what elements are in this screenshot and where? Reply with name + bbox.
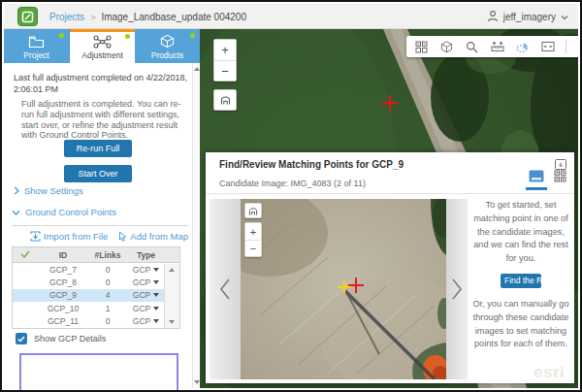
- gcp-id: GCP_9: [38, 290, 88, 300]
- gcp-id: GCP_10: [38, 304, 88, 313]
- tab-products-label: Products: [151, 50, 184, 60]
- col-header-id: ID: [38, 250, 88, 260]
- gcp-id: GCP_7: [38, 265, 88, 275]
- image-collection-icon[interactable]: [414, 40, 429, 54]
- app-window: Projects > Image_Landbase_update 004200 …: [0, 0, 582, 392]
- zoom-in-button[interactable]: +: [214, 40, 236, 60]
- table-row-gcp-8[interactable]: GCP_8 0 GCP: [13, 276, 179, 288]
- gcp-type: GCP: [133, 278, 150, 287]
- grid-view-button[interactable]: [549, 165, 570, 186]
- gcp-section-label: Ground Control Points: [25, 207, 116, 217]
- previous-image-button[interactable]: [210, 199, 241, 379]
- measure-icon[interactable]: [490, 40, 504, 54]
- user-icon: [487, 10, 499, 24]
- rerun-full-button[interactable]: Re-run Full: [64, 140, 132, 157]
- divider: [12, 225, 188, 226]
- matching-points-panel: Find/Review Matching Points for GCP_9 Ca…: [206, 152, 574, 383]
- extent-icon[interactable]: [540, 40, 555, 54]
- candidate-image[interactable]: + −: [241, 199, 446, 379]
- left-panel: Project Adjustment: [4, 29, 200, 388]
- panel-scrollbar[interactable]: [192, 63, 200, 388]
- tab-project[interactable]: Project: [4, 29, 70, 63]
- next-image-button[interactable]: [446, 199, 468, 379]
- gcp-id: GCP_8: [38, 278, 88, 287]
- single-image-view-button[interactable]: [526, 165, 547, 186]
- zoom-out-button[interactable]: −: [245, 240, 261, 256]
- show-gcp-details-row: Show GCP Details: [16, 333, 106, 344]
- image-home-button[interactable]: [244, 203, 262, 218]
- type-dropdown-icon[interactable]: [153, 307, 159, 310]
- drone-icon: [93, 35, 112, 49]
- import-icon: [30, 231, 41, 242]
- table-row-gcp-9-selected[interactable]: GCP_9 4 GCP: [13, 289, 179, 302]
- esri-logo-icon[interactable]: [17, 7, 38, 26]
- breadcrumb: Projects > Image_Landbase_update 004200: [49, 12, 246, 22]
- start-over-button[interactable]: Start Over: [64, 165, 132, 182]
- candidate-image-label: Candidate Image: IMG_4083 (2 of 11): [219, 179, 366, 188]
- chevron-right-icon: [14, 186, 19, 195]
- table-scrollbar[interactable]: [164, 264, 179, 328]
- chevron-down-icon: [561, 12, 568, 22]
- show-gcp-details-checkbox[interactable]: [16, 333, 27, 344]
- tab-products[interactable]: Products: [135, 29, 200, 63]
- map-home-button[interactable]: [213, 89, 237, 111]
- toolbar-divider: [566, 40, 566, 53]
- select-tool-icon[interactable]: [515, 40, 530, 54]
- tab-adjustment[interactable]: Adjustment: [70, 29, 135, 63]
- import-from-file-label: Import from File: [44, 231, 109, 242]
- gcp-links: 4: [88, 290, 127, 300]
- image-zoom-control: + −: [244, 222, 262, 257]
- chevron-left-icon: [219, 278, 231, 301]
- gcp-table-header: ID #Links Type: [13, 247, 179, 263]
- user-name: jeff_imagery: [503, 12, 556, 22]
- gcp-section-toggle[interactable]: Ground Control Points: [12, 207, 116, 217]
- cube-icon: [160, 34, 175, 49]
- search-icon[interactable]: [465, 40, 479, 54]
- show-settings-label: Show Settings: [24, 185, 83, 196]
- active-view-indicator: [526, 187, 547, 190]
- zoom-in-button[interactable]: +: [245, 223, 261, 240]
- basemap-icon[interactable]: [439, 40, 454, 54]
- user-menu[interactable]: jeff_imagery: [487, 10, 568, 24]
- type-dropdown-icon[interactable]: [153, 268, 159, 272]
- gcp-type: GCP: [133, 304, 150, 313]
- gcp-links: 0: [88, 265, 127, 275]
- divider: [206, 193, 574, 194]
- view-toggle-group: [526, 165, 570, 186]
- type-dropdown-icon[interactable]: [153, 293, 159, 297]
- table-row-gcp-10[interactable]: GCP_10 1 GCP: [13, 302, 179, 314]
- status-dot: [190, 33, 195, 38]
- show-settings-toggle[interactable]: Show Settings: [14, 185, 83, 196]
- map-view[interactable]: + − esri Find/Review Matching Points for…: [200, 29, 578, 388]
- gcp-id: GCP_11: [38, 316, 88, 326]
- add-from-map-link[interactable]: Add from Map: [118, 231, 188, 242]
- home-icon: [248, 207, 258, 215]
- gcp-table: ID #Links Type GCP_7 0 GCP GCP_8 0 GCP: [12, 246, 180, 329]
- page-title: Image_Landbase_update 004200: [101, 12, 246, 22]
- check-icon: [13, 250, 38, 260]
- gcp-type: GCP: [133, 290, 150, 300]
- breadcrumb-separator: >: [90, 13, 95, 22]
- top-bar: Projects > Image_Landbase_update 004200 …: [4, 4, 578, 29]
- adjustment-description: Full adjustment is completed. You can re…: [21, 99, 188, 141]
- last-adjustment-status: Last full adjustment completed on 4/22/2…: [14, 73, 190, 95]
- table-row-gcp-11[interactable]: GCP_11 0 GCP: [13, 315, 179, 328]
- type-dropdown-icon[interactable]: [153, 280, 159, 284]
- gcp-links: 0: [88, 278, 127, 287]
- scroll-down-icon[interactable]: [169, 320, 175, 324]
- gcp-links: 1: [88, 304, 127, 313]
- table-row-gcp-7[interactable]: GCP_7 0 GCP: [13, 263, 179, 276]
- import-from-file-link[interactable]: Import from File: [30, 231, 109, 242]
- tab-adjustment-label: Adjustment: [81, 50, 123, 60]
- find-the-rest-button[interactable]: Find the Rest: [501, 274, 541, 288]
- type-dropdown-icon[interactable]: [153, 319, 159, 323]
- instructions-manual-text: Or, you can manually go through these ca…: [471, 298, 570, 351]
- gcp-links: 0: [88, 316, 127, 326]
- breadcrumb-projects-link[interactable]: Projects: [49, 12, 84, 22]
- tab-project-label: Project: [23, 50, 48, 60]
- map-cursor-icon: [118, 231, 127, 242]
- scroll-up-icon[interactable]: [169, 268, 175, 272]
- zoom-out-button[interactable]: −: [214, 60, 236, 81]
- matching-points-title: Find/Review Matching Points for GCP_9: [219, 159, 404, 170]
- clipboard-icon[interactable]: [577, 40, 578, 54]
